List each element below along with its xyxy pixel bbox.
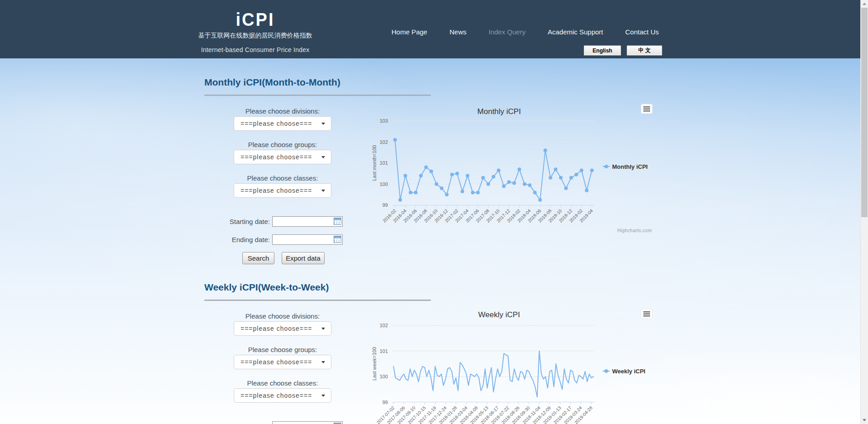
chevron-down-icon — [321, 156, 325, 158]
data-point-marker[interactable] — [580, 169, 583, 172]
data-point-marker[interactable] — [590, 169, 594, 172]
data-point-marker[interactable] — [466, 174, 469, 177]
data-point-marker[interactable] — [528, 183, 532, 187]
data-point-marker[interactable] — [440, 186, 443, 190]
weekly-section-title: Weekly iCPI(Week-to-Week) — [204, 282, 329, 293]
chevron-down-icon — [321, 123, 325, 125]
main-nav: Home Page News Index Query Academic Supp… — [392, 28, 659, 36]
data-point-marker[interactable] — [450, 173, 454, 176]
data-point-marker[interactable] — [455, 172, 459, 176]
weekly-chart: 991001011022017-07-022017-08-062017-09-1… — [371, 304, 656, 424]
data-point-marker[interactable] — [461, 190, 464, 193]
data-point-marker[interactable] — [502, 184, 505, 188]
data-point-marker[interactable] — [507, 180, 511, 184]
data-point-marker[interactable] — [486, 182, 490, 186]
groups-dropdown-value: ===please choose=== — [234, 358, 312, 366]
scrollbar[interactable] — [860, 0, 868, 424]
chart-title: Monthly iCPI — [477, 107, 521, 116]
data-point-marker[interactable] — [549, 176, 552, 180]
data-point-marker[interactable] — [585, 189, 589, 192]
nav-home-page[interactable]: Home Page — [392, 28, 427, 36]
data-point-marker[interactable] — [492, 175, 495, 178]
y-axis-title: Last week=100 — [372, 347, 377, 381]
data-point-marker[interactable] — [575, 173, 578, 176]
data-point-marker[interactable] — [497, 169, 500, 172]
starting-date-input[interactable] — [272, 421, 343, 424]
chart-title: Weekly iCPI — [478, 310, 520, 319]
data-point-marker[interactable] — [569, 176, 573, 180]
data-point-marker[interactable] — [445, 193, 448, 196]
scrollbar-down-icon[interactable] — [861, 416, 868, 424]
chart-menu-icon[interactable] — [641, 104, 652, 114]
monthly-section: Monthly iCPI(Month-to-Month) Please choo… — [0, 77, 868, 285]
data-point-marker[interactable] — [419, 174, 423, 177]
groups-dropdown-value: ===please choose=== — [234, 153, 312, 161]
data-point-marker[interactable] — [398, 198, 402, 202]
data-point-marker[interactable] — [533, 191, 537, 194]
export-data-button[interactable]: Export data — [282, 252, 325, 264]
classes-dropdown[interactable]: ===please choose=== — [234, 388, 331, 403]
data-point-marker[interactable] — [481, 176, 485, 180]
section-divider — [204, 95, 431, 96]
y-tick-label: 103 — [380, 118, 388, 124]
chevron-down-icon — [321, 190, 325, 192]
scrollbar-up-icon[interactable] — [861, 0, 868, 8]
lang-chinese-button[interactable]: 中 文 — [627, 45, 662, 56]
data-point-marker[interactable] — [429, 170, 433, 173]
highcharts-credits[interactable]: Highcharts.com — [618, 228, 652, 233]
calendar-icon[interactable] — [334, 218, 341, 225]
data-point-marker[interactable] — [523, 182, 526, 186]
classes-dropdown[interactable]: ===please choose=== — [234, 183, 331, 198]
divisions-dropdown[interactable]: ===please choose=== — [234, 321, 331, 336]
groups-dropdown[interactable]: ===please choose=== — [234, 355, 331, 369]
data-point-marker[interactable] — [518, 167, 521, 171]
nav-news[interactable]: News — [449, 28, 467, 36]
logo[interactable]: iCPI — [198, 10, 312, 30]
data-point-marker[interactable] — [538, 198, 542, 202]
legend-item[interactable]: Weekly iCPI — [603, 368, 645, 375]
section-divider — [204, 300, 431, 301]
chevron-down-icon — [321, 395, 325, 397]
groups-dropdown[interactable]: ===please choose=== — [234, 150, 331, 164]
search-button[interactable]: Search — [242, 252, 274, 264]
calendar-icon[interactable] — [334, 236, 341, 243]
data-point-marker[interactable] — [559, 176, 563, 180]
data-point-marker[interactable] — [414, 191, 418, 194]
data-point-marker[interactable] — [476, 191, 480, 194]
nav-index-query[interactable]: Index Query — [489, 28, 526, 36]
data-point-marker[interactable] — [425, 166, 428, 169]
chevron-down-icon — [321, 328, 325, 330]
divisions-label: Please choose divisions: — [234, 312, 331, 320]
y-tick-label: 102 — [380, 323, 388, 328]
monthly-chart: 991001011021032016-022016-042016-062016-… — [371, 100, 656, 236]
y-tick-label: 101 — [380, 348, 388, 354]
data-point-marker[interactable] — [471, 191, 475, 194]
series-line — [395, 140, 592, 200]
lang-english-button[interactable]: English — [584, 45, 621, 56]
scrollbar-thumb[interactable] — [861, 8, 868, 217]
divisions-label: Please choose divisions: — [234, 107, 331, 115]
svg-text:Weekly iCPI: Weekly iCPI — [612, 368, 645, 375]
starting-date-input[interactable] — [272, 216, 343, 227]
legend-item[interactable]: Monthly iCPI — [603, 163, 648, 170]
classes-label: Please choose classes: — [234, 174, 331, 182]
nav-contact-us[interactable]: Contact Us — [625, 28, 659, 36]
data-point-marker[interactable] — [543, 148, 547, 152]
divisions-dropdown[interactable]: ===please choose=== — [234, 116, 331, 131]
data-point-marker[interactable] — [409, 191, 412, 194]
data-point-marker[interactable] — [393, 138, 397, 142]
nav-academic-support[interactable]: Academic Support — [547, 28, 603, 36]
ending-date-input[interactable] — [272, 234, 343, 245]
data-point-marker[interactable] — [434, 182, 438, 186]
y-tick-label: 101 — [380, 160, 388, 166]
chart-menu-icon[interactable] — [641, 309, 652, 319]
data-point-marker[interactable] — [564, 186, 568, 190]
classes-dropdown-value: ===please choose=== — [234, 187, 312, 194]
data-point-marker[interactable] — [404, 174, 407, 177]
header: iCPI 基于互联网在线数据的居民消费价格指数 Internet-based C… — [0, 0, 868, 58]
groups-label: Please choose groups: — [234, 346, 331, 353]
y-tick-label: 99 — [382, 202, 388, 208]
data-point-marker[interactable] — [512, 181, 516, 185]
data-point-marker[interactable] — [554, 167, 557, 171]
y-axis-title: Last month=100 — [372, 145, 377, 181]
